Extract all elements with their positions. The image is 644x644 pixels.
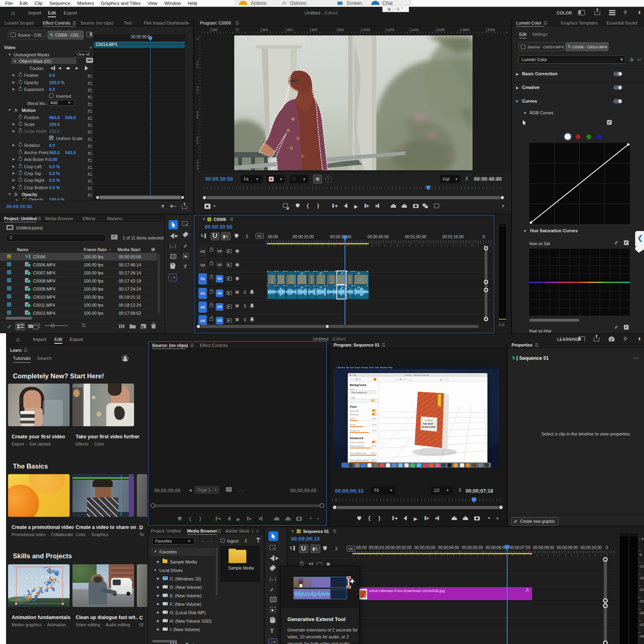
svg-text:BOOK EVER!: BOOK EVER! (422, 426, 436, 428)
svg-text:The Author: The Author (425, 419, 433, 421)
svg-text:THE BEST: THE BEST (423, 423, 434, 425)
